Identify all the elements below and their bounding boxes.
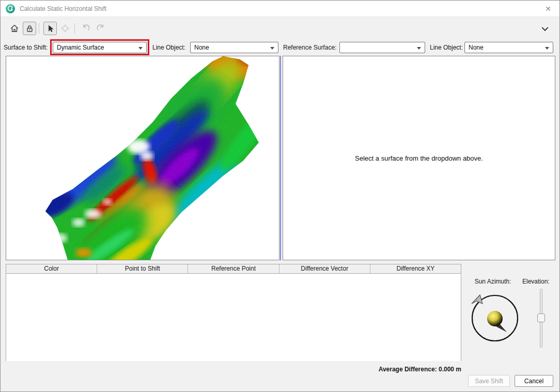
chevron-down-icon xyxy=(541,26,549,32)
dropdown-arrow-icon xyxy=(545,47,549,50)
dropdown-arrow-icon xyxy=(270,47,274,50)
app-logo-icon xyxy=(6,4,15,13)
window-title: Calculate Static Horizontal Shift xyxy=(20,5,106,12)
surface-to-shift-label: Surface to Shift: xyxy=(4,44,48,51)
select-cursor-icon xyxy=(46,24,55,33)
table-header-row: Color Point to Shift Reference Point Dif… xyxy=(6,264,461,274)
column-header-difference-vector[interactable]: Difference Vector xyxy=(279,264,370,273)
reference-surface-view[interactable]: Select a surface from the dropdown above… xyxy=(283,56,555,260)
home-icon xyxy=(10,24,19,33)
line-object-right-dropdown[interactable]: None xyxy=(464,42,553,53)
save-shift-button[interactable]: Save Shift xyxy=(468,375,510,387)
toolbar-separator xyxy=(74,23,75,34)
reference-surface-placeholder-message: Select a surface from the dropdown above… xyxy=(355,154,483,162)
surface-to-shift-view[interactable] xyxy=(6,56,279,260)
lock-icon xyxy=(25,24,34,33)
redo-button[interactable] xyxy=(94,22,107,35)
calculate-static-horizontal-shift-dialog: Calculate Static Horizontal Shift ✕ xyxy=(0,0,560,392)
column-header-difference-xy[interactable]: Difference XY xyxy=(370,264,461,273)
reference-surface-label: Reference Surface: xyxy=(283,44,336,51)
cancel-button[interactable]: Cancel xyxy=(515,375,553,387)
titlebar: Calculate Static Horizontal Shift ✕ xyxy=(1,1,559,17)
undo-icon xyxy=(81,24,90,33)
line-object-left-dropdown[interactable]: None xyxy=(190,42,278,53)
undo-button[interactable] xyxy=(79,22,92,35)
reference-surface-dropdown[interactable] xyxy=(339,42,425,53)
bathymetry-surface-image xyxy=(6,56,279,260)
azimuth-arrow-icon[interactable] xyxy=(472,295,483,304)
toolbar-separator xyxy=(39,23,39,34)
line-object-left-label: Line Object: xyxy=(152,44,185,51)
surface-to-shift-value: Dynamic Surface xyxy=(57,44,104,51)
toolbar-expand-button[interactable] xyxy=(541,25,550,32)
sun-azimuth-label: Sun Azimuth: xyxy=(464,278,521,285)
dropdown-arrow-icon xyxy=(138,47,143,50)
table-body-empty xyxy=(6,274,461,361)
close-button[interactable]: ✕ xyxy=(541,3,555,15)
elevation-label: Elevation: xyxy=(522,278,558,285)
toolbar xyxy=(1,18,559,39)
surface-to-shift-dropdown[interactable]: Dynamic Surface xyxy=(53,42,147,53)
sun-azimuth-dial[interactable] xyxy=(470,293,520,343)
shift-points-table[interactable]: Color Point to Shift Reference Point Dif… xyxy=(6,264,461,361)
column-header-point-to-shift[interactable]: Point to Shift xyxy=(97,264,188,273)
line-object-right-label: Line Object: xyxy=(430,44,463,51)
lock-view-button[interactable] xyxy=(23,22,36,35)
column-header-reference-point[interactable]: Reference Point xyxy=(188,264,279,273)
line-object-right-value: None xyxy=(469,44,484,51)
dropdown-arrow-icon xyxy=(417,47,421,50)
elevation-slider-handle[interactable] xyxy=(537,313,545,322)
crosshair-icon xyxy=(60,24,70,33)
home-button[interactable] xyxy=(8,22,21,35)
sun-cone-icon xyxy=(487,311,503,326)
average-difference-value: Average Difference: 0.000 m xyxy=(259,366,461,373)
surface-controls-row: Surface to Shift: Dynamic Surface Line O… xyxy=(1,40,559,55)
panel-splitter[interactable] xyxy=(280,56,281,260)
crosshair-tool-button[interactable] xyxy=(58,22,72,35)
redo-icon xyxy=(96,24,105,33)
line-object-left-value: None xyxy=(194,44,209,51)
column-header-color[interactable]: Color xyxy=(6,264,97,273)
select-tool-button[interactable] xyxy=(43,22,57,35)
